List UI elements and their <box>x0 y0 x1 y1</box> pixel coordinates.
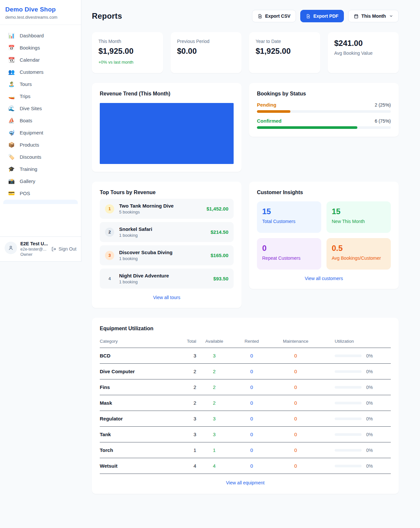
cell-category: Dive Computer <box>100 364 176 379</box>
cell-total: 3 <box>176 348 196 364</box>
sidebar-item-boats[interactable]: ⛵ Boats <box>3 114 78 127</box>
equipment-icon: 🤿 <box>8 130 15 135</box>
sidebar-item-label: Dive Sites <box>20 106 42 111</box>
tour-row: 2 Snorkel Safari 1 booking $214.50 <box>100 222 234 242</box>
utilization-pct: 0% <box>366 369 373 374</box>
sidebar-item-products[interactable]: 📦 Products <box>3 139 78 151</box>
utilization-bar <box>335 465 362 467</box>
page-title: Reports <box>92 11 122 21</box>
view-all-equipment-link[interactable]: View all equipment <box>100 480 391 485</box>
cell-available: 4 <box>196 458 232 474</box>
utilization-bar <box>335 355 362 357</box>
sign-out-button[interactable]: Sign Out <box>51 246 76 252</box>
tour-bookings: 1 booking <box>119 256 173 261</box>
utilization-pct: 0% <box>366 353 373 358</box>
sidebar-item-bookings[interactable]: 📅 Bookings <box>3 42 78 54</box>
cell-available: 3 <box>196 427 232 442</box>
utilization-cell: 0% <box>335 385 391 390</box>
stat-label: This Month <box>98 39 157 44</box>
dashboard-icon: 📊 <box>8 33 15 38</box>
cell-rented: 0 <box>232 395 271 411</box>
table-row: Regulator 3 3 0 0 0% <box>100 411 391 427</box>
insight-label: Avg Bookings/Customer <box>332 255 386 261</box>
user-email: e2e-tester@... <box>20 247 48 252</box>
export-pdf-button[interactable]: Export PDF <box>300 10 344 22</box>
sidebar-item-calendar[interactable]: 📆 Calendar <box>3 54 78 66</box>
stat-label: Avg Booking Value <box>334 51 392 56</box>
stat-card-this-month: This Month $1,925.00 +0% vs last month <box>92 32 163 73</box>
sidebar-item-equipment[interactable]: 🤿 Equipment <box>3 127 78 139</box>
stat-label: Previous Period <box>177 39 235 44</box>
customer-insights-card: Customer Insights 15 Total Customers 15 … <box>249 182 399 289</box>
cell-category: Wetsuit <box>100 458 176 474</box>
insight-value: 15 <box>332 207 386 216</box>
cell-rented: 0 <box>232 364 271 379</box>
rank-badge: 1 <box>105 204 114 213</box>
shop-name: Demo Dive Shop <box>5 6 76 13</box>
stat-value: $1,925.00 <box>98 47 157 56</box>
tour-name: Snorkel Safari <box>119 226 152 232</box>
sidebar-item-label: Discounts <box>20 154 41 160</box>
sidebar-item-training[interactable]: 🎓 Training <box>3 163 78 175</box>
utilization-bar <box>335 402 362 404</box>
sidebar-item-dive-sites[interactable]: 🌊 Dive Sites <box>3 102 78 114</box>
sidebar-item-tours[interactable]: 🏝️ Tours <box>3 78 78 90</box>
products-icon: 📦 <box>8 142 15 148</box>
user-name: E2E Test U... <box>20 241 48 246</box>
sidebar-item-trips[interactable]: 🚤 Trips <box>3 90 78 102</box>
stat-value: $241.00 <box>334 39 392 48</box>
export-pdf-label: Export PDF <box>313 13 338 19</box>
sidebar-item-gallery[interactable]: 📸 Gallery <box>3 175 78 187</box>
status-value: 2 (25%) <box>375 102 391 108</box>
view-all-tours-link[interactable]: View all tours <box>100 295 234 300</box>
insight-total-customers: 15 Total Customers <box>257 201 321 233</box>
sidebar-item-label: Boats <box>20 118 32 123</box>
sidebar-item-label: Gallery <box>20 178 35 184</box>
rank-badge: 4 <box>105 274 114 283</box>
tours-icon: 🏝️ <box>8 82 15 87</box>
status-value: 6 (75%) <box>375 118 391 124</box>
shop-domain: demo.test.divestreams.com <box>5 15 76 20</box>
sidebar-item-pos[interactable]: 💳 POS <box>3 187 78 199</box>
equipment-utilization-title: Equipment Utilization <box>100 326 391 332</box>
cell-category: Tank <box>100 427 176 442</box>
sidebar-item-label: Calendar <box>20 57 40 63</box>
cell-total: 2 <box>176 379 196 395</box>
pos-icon: 💳 <box>8 191 15 196</box>
cell-maintenance: 0 <box>271 427 320 442</box>
user-section: E2E Test U... e2e-tester@... Owner Sign … <box>0 236 81 261</box>
utilization-cell: 0% <box>335 369 391 374</box>
tour-name: Night Dive Adventure <box>119 273 169 278</box>
page-header: Reports Export CSV Export PDF <box>92 10 399 22</box>
period-selector[interactable]: This Month <box>348 10 399 22</box>
sidebar-item-reports-active[interactable] <box>3 200 78 204</box>
customers-icon: 👥 <box>8 70 15 75</box>
cell-category: Torch <box>100 442 176 458</box>
cell-available: 2 <box>196 379 232 395</box>
stat-label: Year to Date <box>256 39 314 44</box>
utilization-cell: 0% <box>335 432 391 437</box>
stat-value: $0.00 <box>177 47 235 56</box>
cell-rented: 0 <box>232 411 271 427</box>
status-label: Pending <box>257 102 276 108</box>
status-bar-fill <box>257 110 290 113</box>
col-header-available: Available <box>196 336 232 348</box>
cell-rented: 0 <box>232 442 271 458</box>
sidebar-item-label: Customers <box>20 69 44 75</box>
user-role: Owner <box>20 252 48 257</box>
sign-out-label: Sign Out <box>59 246 76 252</box>
user-meta: E2E Test U... e2e-tester@... Owner <box>20 241 48 257</box>
sidebar-item-dashboard[interactable]: 📊 Dashboard <box>3 30 78 42</box>
file-download-icon <box>258 14 262 19</box>
utilization-pct: 0% <box>366 385 373 390</box>
export-csv-button[interactable]: Export CSV <box>252 10 296 22</box>
tour-revenue: $93.50 <box>213 276 228 281</box>
utilization-pct: 0% <box>366 463 373 469</box>
revenue-trend-title: Revenue Trend (This Month) <box>100 91 234 97</box>
cell-maintenance: 0 <box>271 442 320 458</box>
sidebar-item-customers[interactable]: 👥 Customers <box>3 66 78 78</box>
view-all-customers-link[interactable]: View all customers <box>257 276 391 281</box>
equipment-table-header: Category Total Available Rented Maintena… <box>100 336 391 348</box>
sidebar-item-discounts[interactable]: 🏷️ Discounts <box>3 151 78 163</box>
chevron-down-icon <box>389 14 393 18</box>
